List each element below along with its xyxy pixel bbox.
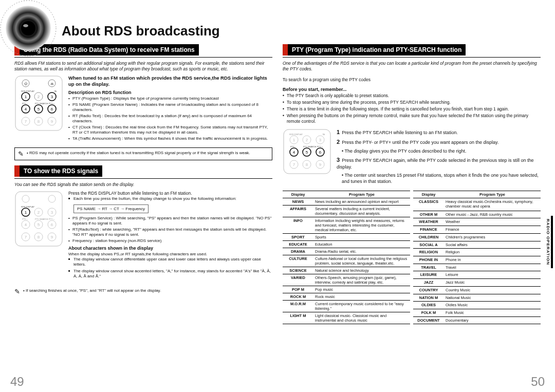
svg-text:4: 4	[293, 150, 295, 155]
manual-spread: About RDS broadcasting Using the RDS (Ra…	[0, 0, 555, 392]
note-icon: ✎	[18, 151, 24, 157]
table-row: EDUCATEEducation	[283, 241, 410, 248]
svg-text:2: 2	[38, 210, 40, 215]
page-title: About RDS broadcasting	[62, 23, 541, 39]
svg-point-3	[23, 24, 28, 27]
table-row: VARIEDOthers-Speech, amusing program (qu…	[283, 274, 410, 286]
table-row: JAZZJazz Music	[413, 279, 541, 287]
svg-text:PTY -: PTY -	[22, 102, 28, 105]
note-rds-operate: ✎ • RDS may not operate correctly if the…	[14, 147, 272, 160]
table-row: WEATHERWeather	[413, 218, 541, 226]
svg-text:5: 5	[38, 107, 40, 111]
table-row: CLASSICSHeavy classical music-Orchestra …	[413, 198, 541, 211]
svg-text:7: 7	[293, 162, 295, 167]
page-number-right: 50	[531, 375, 545, 389]
svg-text:RDS DISPLAY: RDS DISPLAY	[21, 90, 34, 92]
svg-text:6: 6	[51, 107, 53, 111]
svg-point-2	[21, 21, 35, 35]
svg-text:9: 9	[319, 162, 322, 167]
remote-illustration-1: ⏻ ⏏ RDS DISPLAYTA 1 2 3 PTY -PTY SEARCHP…	[14, 75, 63, 142]
svg-text:3: 3	[319, 138, 322, 142]
table-row: NEWSNews including an announced opinion …	[283, 198, 410, 206]
svg-text:3: 3	[51, 210, 53, 215]
table-row: POP MPop music	[283, 286, 410, 293]
chars-list: The display window cannot differentiate …	[68, 257, 272, 279]
tuned-note: When tuned to an FM station which provid…	[68, 75, 272, 88]
svg-text:9: 9	[51, 119, 53, 124]
page-number-left: 49	[10, 375, 24, 389]
svg-text:1: 1	[25, 210, 27, 215]
remote-illustration-3: RDS DISPLAYTA 1 2 3 PTY -PTY SEARCHPTY +…	[283, 128, 331, 186]
table-row: LEISURELeisure	[413, 271, 541, 279]
table-row: FINANCEFinance	[413, 226, 541, 234]
side-tab: RADIO OPERATION	[545, 216, 553, 268]
table-row: PHONE INPhone in	[413, 256, 541, 264]
svg-text:6: 6	[319, 150, 322, 155]
before-list: The PTY Search is only applicable to pre…	[283, 93, 541, 125]
table-row: AFFAIRSSeveral matters including a curre…	[283, 206, 410, 217]
table-row: SPORTSports	[283, 234, 410, 241]
svg-text:7: 7	[25, 119, 27, 124]
svg-text:⏏: ⏏	[50, 82, 54, 85]
svg-text:PTY -: PTY -	[22, 218, 28, 220]
section-header-show-signals: TO show the RDS signals	[14, 165, 272, 177]
left-column: Using the RDS (Radio Data System) to rec…	[14, 44, 272, 387]
table-row: SOCIAL ASocial affairs	[413, 241, 541, 249]
svg-text:7: 7	[25, 235, 27, 239]
table-row: TRAVELTravel	[413, 264, 541, 271]
svg-text:RDS DISPLAY: RDS DISPLAY	[21, 206, 34, 208]
svg-text:PTY +: PTY +	[49, 218, 55, 220]
svg-text:8: 8	[38, 235, 40, 239]
table-row: DRAMADrama-Radio serial, etc.	[283, 248, 410, 255]
table-row: SCIENCENatural science and technology	[283, 267, 410, 274]
svg-text:4: 4	[25, 107, 27, 111]
svg-text:5: 5	[38, 222, 40, 227]
svg-text:1: 1	[293, 138, 295, 142]
speaker-decoration	[0, 0, 57, 57]
desc-heading: Description on RDS function	[68, 90, 272, 95]
table-row: NATION MNational Music	[413, 294, 541, 302]
table-row: OTHER MOther music - Jazz, R&B country m…	[413, 211, 541, 218]
svg-text:PTY -: PTY -	[290, 145, 296, 148]
svg-text:PTY +: PTY +	[49, 102, 55, 105]
table-row: DOCUMENTDocumentary	[413, 316, 541, 324]
before-heading: Before you start, remember...	[283, 87, 541, 92]
svg-text:TA: TA	[322, 133, 325, 136]
table-row: LIGHT MLight classical music- Classical …	[283, 312, 410, 324]
svg-point-34	[48, 195, 55, 202]
svg-text:6: 6	[51, 222, 53, 227]
right-column: PTY (Program Type) indication and PTY-SE…	[283, 44, 541, 387]
search-heading: To search for a program using the PTY co…	[283, 77, 541, 83]
svg-text:2: 2	[306, 138, 308, 142]
note-icon: ✎	[14, 288, 20, 295]
svg-text:RDS DISPLAY: RDS DISPLAY	[289, 133, 303, 136]
steps-list: 1Press the PTY SEARCH while listening to…	[337, 128, 541, 186]
table-row: FOLK MFolk Music	[413, 309, 541, 316]
chars-heading: About characters shown in the display	[68, 246, 272, 251]
svg-text:2: 2	[38, 95, 40, 99]
table-row: CULTURECulture-National or local culture…	[283, 255, 410, 267]
svg-text:5: 5	[306, 150, 308, 155]
svg-text:3: 3	[51, 95, 53, 99]
defs-list: PS (Program Service) : While searching, …	[68, 216, 272, 244]
svg-text:TA: TA	[54, 90, 57, 92]
pty-table-2: DisplayProgram Type CLASSICSHeavy classi…	[413, 191, 541, 324]
svg-text:1: 1	[25, 95, 27, 99]
table-row: INFOInformation including weights and me…	[283, 217, 410, 234]
signals-intro: You can see the RDS signals the station …	[14, 182, 272, 188]
remote-illustration-2: RDS DISPLAY 1 2 3 PTY -PTY SEARCHPTY + 4…	[14, 191, 63, 281]
pty-table-1: DisplayProgram Type NEWSNews including a…	[283, 191, 410, 324]
rds-intro: RDS allows FM stations to send an additi…	[14, 61, 272, 72]
desc-list: PTY (Program Type) : Displays the type o…	[68, 96, 272, 141]
svg-text:PTY SEARCH: PTY SEARCH	[35, 218, 48, 220]
svg-text:9: 9	[51, 235, 53, 239]
pty-intro: One of the advantages of the RDS service…	[283, 61, 541, 72]
svg-text:8: 8	[38, 119, 40, 124]
svg-text:PTY +: PTY +	[317, 145, 323, 148]
svg-text:⏻: ⏻	[24, 82, 28, 85]
table-row: RELIGIONReligion	[413, 249, 541, 256]
table-row: CHILDRENChildren's programmes	[413, 233, 541, 241]
pty-tables: DisplayProgram Type NEWSNews including a…	[283, 191, 541, 324]
note-searching: ✎ • If searching finishes at once, "PS",…	[14, 286, 272, 297]
table-row: COUNTRYCountry Music	[413, 286, 541, 294]
